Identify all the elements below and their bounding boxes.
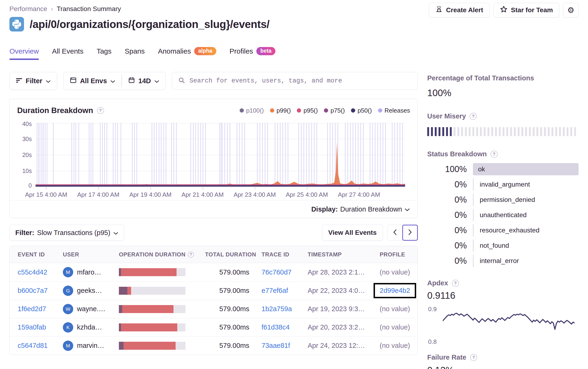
apdex-sparkline-plot — [443, 308, 575, 343]
legend-item-p95[interactable]: p95() — [297, 107, 318, 114]
status-percentage: 0% — [427, 180, 467, 189]
column-header-event-id[interactable]: EVENT ID — [18, 251, 63, 258]
legend-item-p100[interactable]: p100() — [240, 107, 264, 114]
trace-id-link[interactable]: e77ef6af — [262, 287, 288, 294]
status-bar-area: ok — [473, 163, 578, 175]
timestamp-cell: Apr 28, 2023 2:1… — [308, 269, 380, 276]
legend-item-p75[interactable]: p75() — [324, 107, 345, 114]
tab-tags[interactable]: Tags — [96, 47, 111, 60]
tab-profiles[interactable]: Profilesbeta — [230, 47, 275, 60]
misery-segment — [567, 127, 568, 136]
event-id-link[interactable]: 1f6ed2d7 — [18, 305, 46, 313]
create-alert-button[interactable]: Create Alert — [429, 3, 490, 17]
misery-segment — [503, 127, 504, 136]
next-page-button[interactable] — [402, 225, 418, 241]
pagination — [387, 225, 418, 241]
view-all-events-button[interactable]: View All Events — [322, 225, 383, 241]
alert-siren-icon — [435, 6, 443, 15]
display-value: Duration Breakdown — [340, 205, 402, 213]
apdex-heading: Apdex ? — [427, 279, 578, 287]
legend-item-p99[interactable]: p99() — [270, 107, 291, 114]
tab-anomalies[interactable]: Anomaliesalpha — [158, 47, 216, 60]
status-bar-area: invalid_argument — [473, 178, 578, 191]
help-icon[interactable]: ? — [470, 113, 477, 120]
event-id-link[interactable]: b600c7a7 — [18, 287, 48, 294]
trace-id-link[interactable]: 1b2a759a — [262, 305, 292, 313]
duration-chart-plot — [36, 123, 405, 187]
status-percentage: 0% — [427, 210, 467, 220]
user-name: wayne.… — [77, 305, 105, 313]
help-icon[interactable]: ? — [470, 354, 477, 361]
environment-dropdown[interactable]: All Envs — [63, 72, 121, 90]
help-icon[interactable]: ? — [491, 151, 498, 158]
column-header-operation-duration[interactable]: OPERATION DURATION? — [119, 251, 205, 258]
help-icon[interactable]: ? — [188, 251, 194, 258]
help-icon[interactable]: ? — [97, 107, 104, 114]
trace-id-cell: 76c760d7 — [262, 269, 308, 276]
misery-segment — [563, 127, 565, 136]
xaxis-label: Apr 25 4:00 AM — [286, 191, 328, 198]
status-row-not_found: 0%not_found — [427, 239, 578, 252]
tab-bar: OverviewAll EventsTagsSpansAnomaliesalph… — [10, 47, 275, 60]
transactions-filter-dropdown[interactable]: Filter: Slow Transactions (p95) — [10, 225, 124, 241]
tab-label: Anomalies — [158, 47, 191, 55]
user-avatar: W — [63, 304, 73, 314]
misery-segment — [442, 127, 444, 136]
filter-dropdown[interactable]: Filter — [10, 72, 57, 90]
profile-cell: (no value) — [380, 342, 410, 349]
misery-segment — [480, 127, 482, 136]
event-id-link[interactable]: 159a0fab — [18, 323, 46, 331]
trace-id-link[interactable]: f61d38c4 — [262, 323, 290, 331]
tab-overview[interactable]: Overview — [10, 47, 39, 60]
trace-id-cell: 73aae81f — [262, 342, 308, 349]
settings-button[interactable]: ⚙ — [563, 3, 578, 17]
previous-page-button[interactable] — [387, 225, 403, 241]
event-id-link[interactable]: c55c4d42 — [18, 269, 47, 276]
profile-no-value: (no value) — [380, 305, 410, 313]
legend-dot — [351, 108, 355, 113]
user-cell: Mmarvin… — [63, 340, 119, 351]
user-avatar: G — [63, 286, 73, 296]
chevron-down-icon — [46, 77, 51, 85]
event-id-link[interactable]: c5647d81 — [18, 342, 48, 349]
profile-link[interactable]: 2d99e4b2 — [380, 287, 410, 294]
misery-segment — [559, 127, 561, 136]
trace-id-link[interactable]: 73aae81f — [262, 342, 290, 349]
column-header-label: USER — [63, 251, 79, 258]
display-dropdown[interactable]: Display: Duration Breakdown — [10, 200, 418, 218]
legend-label: p99() — [277, 107, 291, 114]
tab-all-events[interactable]: All Events — [52, 47, 83, 60]
misery-segment — [525, 127, 527, 136]
trace-id-cell: e77ef6af — [262, 287, 308, 295]
date-range-dropdown[interactable]: 14D — [122, 72, 166, 90]
status-bar: internal_error — [473, 255, 578, 267]
column-header-total-duration[interactable]: TOTAL DURATION — [205, 251, 262, 258]
star-for-team-button[interactable]: Star for Team — [493, 3, 559, 17]
misery-segment — [536, 127, 538, 136]
column-header-profile[interactable]: PROFILE — [380, 251, 410, 258]
help-icon[interactable]: ? — [452, 280, 459, 287]
misery-segment — [529, 127, 531, 136]
column-header-user[interactable]: USER — [63, 251, 119, 258]
duration-segment-http — [124, 342, 176, 350]
misery-segment — [495, 127, 497, 136]
column-header-timestamp[interactable]: TIMESTAMP — [308, 251, 380, 258]
duration-breakdown-panel: Duration Breakdown ? p100()p99()p95()p75… — [10, 99, 418, 218]
breadcrumb-performance[interactable]: Performance — [10, 5, 47, 13]
column-header-trace-id[interactable]: TRACE ID — [262, 251, 308, 258]
legend-item-p50[interactable]: p50() — [351, 107, 372, 114]
user-name: kzhda… — [77, 323, 102, 331]
search-input[interactable] — [189, 77, 411, 84]
misery-segment — [457, 127, 459, 136]
misery-segment — [518, 127, 519, 136]
column-header-label: EVENT ID — [18, 251, 45, 258]
beta-badge: beta — [256, 47, 275, 55]
status-percentage: 100% — [427, 164, 467, 174]
tab-spans[interactable]: Spans — [125, 47, 145, 60]
search-icon — [178, 77, 185, 85]
trace-id-link[interactable]: 76c760d7 — [262, 269, 291, 276]
breadcrumb-separator-icon: › — [51, 5, 53, 13]
xaxis-tick — [255, 187, 255, 189]
legend-item-Releases[interactable]: Releases — [378, 107, 410, 114]
column-header-label: TIMESTAMP — [308, 251, 342, 258]
